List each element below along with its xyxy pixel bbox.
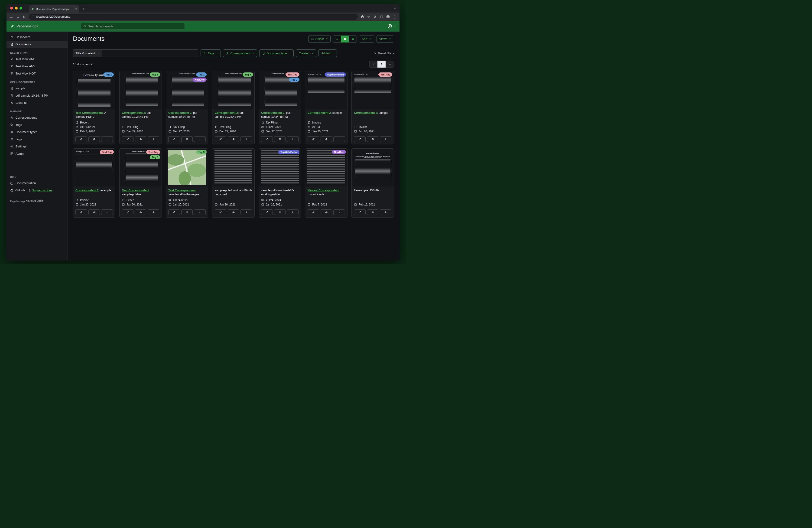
global-search[interactable] [81,23,185,30]
view-button[interactable] [135,136,146,142]
view-button[interactable] [88,210,100,215]
forward-button[interactable]: → [16,15,20,18]
document-thumbnail[interactable]: Lorem ipsum Lorem ipsum dolor sit amet, … [352,148,394,186]
sidebar-item-settings[interactable]: Settings [6,143,68,150]
correspondent-link[interactable]: Correspondent 2 [75,189,99,192]
edit-button[interactable] [308,210,319,215]
download-button[interactable] [101,210,113,215]
correspondent-link[interactable]: Correspondent 2 [308,111,331,114]
edit-button[interactable] [75,136,87,142]
tag-badge[interactable]: NewOne [332,150,346,154]
download-button[interactable] [380,136,391,142]
edit-button[interactable] [354,210,366,215]
tag-badge[interactable]: TagWithPartial [325,72,346,76]
new-tab-button[interactable]: + [82,7,84,11]
document-thumbnail[interactable]: Adobe Acrobat PDF Files Tag 3 [213,71,255,109]
view-button[interactable] [88,136,100,142]
document-thumbnail[interactable]: A Simple PDF File TagWithPartial [305,71,347,109]
download-button[interactable] [287,136,299,142]
download-button[interactable] [101,136,113,142]
edit-button[interactable] [168,210,180,215]
views-button[interactable]: Views [377,35,394,42]
view-button[interactable] [367,136,379,142]
view-button[interactable] [367,210,379,215]
sidebar-item-admin[interactable]: Admin [6,150,68,157]
brand-link[interactable]: Paperless-ngx [6,24,68,28]
download-button[interactable] [287,210,299,215]
tag-badge[interactable]: Tag 3 [150,72,160,76]
minimize-window-button[interactable] [15,7,18,10]
filter-text-input[interactable] [102,49,198,57]
view-button[interactable] [321,210,332,215]
document-thumbnail[interactable]: Lorem Ipsum Tag 2 [73,71,115,109]
select-button[interactable]: Select [308,35,331,42]
sidebar-item-documents[interactable]: Documents [6,41,68,48]
browser-tab[interactable]: Documents - Paperless-ngx × [29,5,79,13]
pagination-prev-button[interactable]: « [369,61,378,68]
edit-button[interactable] [215,210,226,215]
back-button[interactable]: ← [10,15,13,18]
edit-button[interactable] [215,136,226,142]
correspondent-link[interactable]: Correspondent 2 [261,111,284,114]
tags-filter-dropdown[interactable]: Tags [201,49,221,57]
document-thumbnail[interactable]: A Simple PDF File Test Tag [73,148,115,186]
sort-button[interactable]: Sort [359,35,374,42]
details-view-button[interactable] [349,35,357,42]
sidebar-item-test-view-and[interactable]: Test View AND [6,56,68,63]
extensions-puzzle-button[interactable] [373,15,377,18]
sidebar-item-open-doc-sample[interactable]: sample [6,85,68,92]
sidebar-item-document-types[interactable]: Document types [6,128,68,135]
sidebar-item-open-doc-pdf-sample[interactable]: pdf-sample 10.24.48 PM [6,92,68,99]
tag-badge[interactable]: NewOne [193,77,207,82]
tag-badge[interactable]: Tag 3 [243,72,253,76]
document-thumbnail[interactable]: TagWithPartial [259,148,301,186]
download-button[interactable] [148,136,159,142]
bookmark-star-button[interactable]: ☆ [367,15,370,18]
edit-button[interactable] [75,210,87,215]
view-button[interactable] [228,210,239,215]
document-thumbnail[interactable]: Adobe Acrobat PDF Files Test TagTag 3 [119,148,162,186]
download-button[interactable] [148,210,159,215]
edit-button[interactable] [261,210,273,215]
download-button[interactable] [333,136,345,142]
correspondent-link[interactable]: Correspondent 2 [168,111,191,114]
created-filter-dropdown[interactable]: Created [296,49,316,57]
sidebar-item-dashboard[interactable]: Dashboard [6,33,68,41]
list-view-button[interactable] [333,35,341,42]
correspondent-link[interactable]: Test Correspondent [75,111,103,114]
tag-badge[interactable]: Test Tag [286,72,300,76]
view-button[interactable] [181,136,193,142]
tab-close-icon[interactable]: × [75,7,77,11]
view-button[interactable] [135,210,146,215]
share-button[interactable] [361,15,364,18]
tag-badge[interactable]: Tag 3 [196,150,207,154]
edit-button[interactable] [122,136,133,142]
view-button[interactable] [274,136,286,142]
download-button[interactable] [241,136,252,142]
address-bar[interactable]: localhost:4200/documents [29,14,358,20]
edit-button[interactable] [122,210,133,215]
sidebar-item-close-all[interactable]: Close all [6,99,68,106]
browser-menu-kebab-button[interactable]: ⋮ [393,15,396,18]
tag-badge[interactable]: Tag 2 [289,77,300,82]
tag-badge[interactable]: Tag 2 [196,72,207,76]
view-button[interactable] [181,210,193,215]
added-filter-dropdown[interactable]: Added [318,49,337,57]
sidebar-item-tags[interactable]: Tags [6,121,68,128]
tag-badge[interactable]: TagWithPartial [278,150,300,154]
download-button[interactable] [241,210,252,215]
view-button[interactable] [321,136,332,142]
document-thumbnail[interactable]: Adobe Acrobat PDF Files Tag 3 [119,71,162,109]
correspondent-link[interactable]: Newest Correspondent [308,189,339,192]
search-input[interactable] [88,25,182,28]
sidebar-item-correspondents[interactable]: Correspondents [6,114,68,121]
view-button[interactable] [274,210,286,215]
site-info-icon[interactable] [32,15,34,18]
tag-badge[interactable]: Test Tag [378,72,392,76]
download-button[interactable] [380,210,391,215]
document-thumbnail[interactable] [213,148,255,186]
document-thumbnail[interactable]: Tag 3 [166,148,208,186]
correspondent-link[interactable]: Correspondent 2 [354,111,377,114]
view-button[interactable] [228,136,239,142]
close-window-button[interactable] [10,7,13,10]
